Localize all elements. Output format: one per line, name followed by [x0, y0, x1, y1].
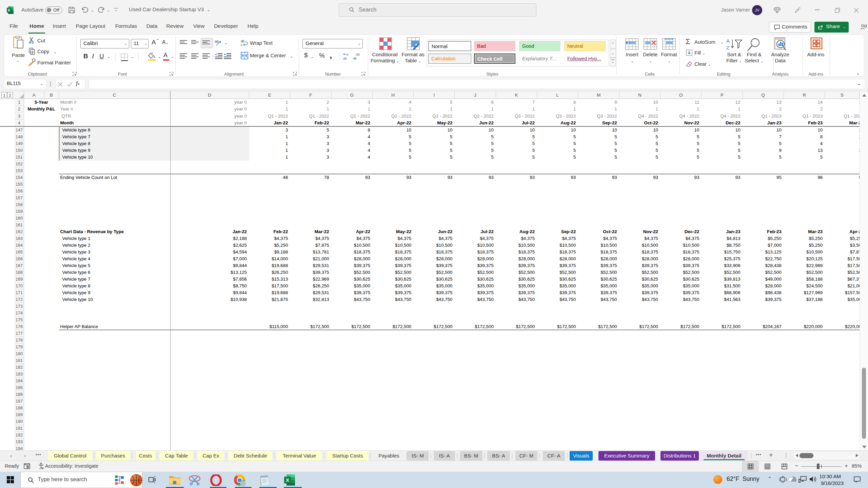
svg-text:A: A	[726, 38, 730, 44]
svg-text:.00: .00	[355, 53, 360, 56]
svg-text:X: X	[8, 8, 11, 12]
svg-text:.00: .00	[342, 57, 347, 60]
svg-text:0: 0	[347, 53, 348, 56]
svg-text:c: c	[241, 43, 242, 47]
svg-text:Z: Z	[726, 45, 729, 50]
svg-text:ab: ab	[215, 39, 219, 43]
svg-text:X: X	[286, 477, 289, 483]
svg-text:ab: ab	[241, 39, 245, 43]
